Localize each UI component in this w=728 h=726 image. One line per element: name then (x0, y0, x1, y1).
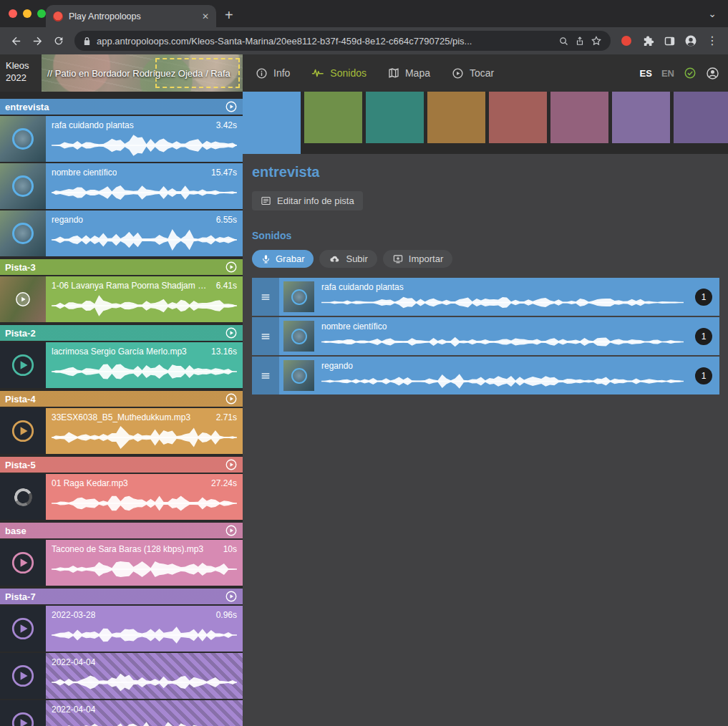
upload-button[interactable]: Subir (319, 250, 377, 268)
sound-row[interactable]: rafa cuidando plantas 1 (252, 278, 719, 316)
record-button[interactable]: Grabar (252, 250, 314, 268)
zoom-window-icon[interactable] (37, 9, 46, 18)
clip-play-button[interactable] (0, 700, 46, 726)
clip-play-button[interactable] (0, 606, 46, 652)
address-bar[interactable]: app.antropoloops.com/Kleos-Santa-Marina/… (74, 31, 611, 51)
track-play-icon[interactable] (225, 590, 238, 603)
track-header[interactable]: base (0, 523, 243, 538)
project-header[interactable]: Kleos 2022 // Patio en Bordador Rodrígue… (0, 54, 243, 92)
nav-info[interactable]: Info (256, 67, 290, 79)
clip-waveform[interactable] (52, 227, 237, 253)
strip-track-5[interactable] (489, 92, 547, 143)
track-play-icon[interactable] (225, 458, 238, 471)
import-button[interactable]: Importar (383, 250, 452, 268)
clip-waveform[interactable] (52, 425, 237, 450)
close-window-icon[interactable] (9, 9, 17, 18)
nav-mapa[interactable]: Mapa (388, 67, 430, 79)
tab-close-icon[interactable]: ✕ (202, 12, 209, 21)
sound-waveform[interactable] (321, 373, 684, 389)
strip-track-3[interactable] (366, 92, 424, 143)
clip-play-button[interactable] (0, 408, 46, 454)
bookmark-star-icon[interactable] (591, 35, 602, 47)
clip[interactable]: 2022-04-04 (0, 653, 243, 699)
track-play-icon[interactable] (225, 326, 238, 339)
clip[interactable]: 01 Raga Kedar.mp327.24s (0, 474, 243, 520)
sound-thumbnail[interactable] (283, 281, 314, 312)
clip[interactable]: lacrimosa Sergio García Merlo.mp313.16s (0, 342, 243, 388)
drag-handle[interactable] (252, 357, 279, 395)
logo-ring-icon (12, 128, 34, 150)
clip-waveform[interactable] (52, 622, 237, 648)
minimize-window-icon[interactable] (23, 9, 31, 18)
zoom-icon[interactable] (558, 36, 569, 47)
clip[interactable]: regando6.55s (0, 210, 243, 256)
puzzle-extensions-icon[interactable] (638, 31, 658, 51)
share-icon[interactable] (575, 36, 585, 46)
clip-play-button[interactable] (0, 653, 46, 699)
clip-loading-button[interactable] (0, 474, 46, 520)
track-header[interactable]: Pista-2 (0, 325, 243, 341)
clip[interactable]: Taconeo de Sara Baras (128 kbps).mp310s (0, 540, 243, 586)
track-play-icon[interactable] (225, 524, 238, 537)
clip-waveform[interactable] (52, 180, 237, 205)
clip[interactable]: 2022-03-280.96s (0, 606, 243, 652)
strip-track-6[interactable] (550, 92, 608, 143)
clip-play-button[interactable] (0, 540, 46, 586)
browser-tab[interactable]: Play Antropoloops ✕ (46, 5, 216, 27)
forward-icon[interactable] (27, 31, 47, 51)
drag-handle[interactable] (252, 278, 279, 316)
clip-thumbnail[interactable] (0, 210, 46, 256)
track-play-icon[interactable] (225, 100, 238, 113)
tab-list-chevron-icon[interactable]: ⌄ (708, 8, 717, 19)
sound-waveform[interactable] (321, 334, 684, 350)
account-icon[interactable] (706, 67, 719, 80)
clip-play-button[interactable] (0, 342, 46, 388)
track-header[interactable]: Pista-5 (0, 457, 243, 473)
lang-en-button[interactable]: EN (661, 68, 674, 79)
drag-handle[interactable] (252, 317, 279, 355)
back-icon[interactable] (6, 31, 26, 51)
clip-waveform[interactable] (52, 132, 237, 158)
extension-red-icon[interactable] (616, 31, 636, 51)
track-play-icon[interactable] (225, 261, 238, 274)
clip[interactable]: nombre científico15.47s (0, 163, 243, 209)
new-tab-button[interactable]: + (225, 8, 233, 22)
clip-thumbnail[interactable] (0, 163, 46, 209)
strip-track-1[interactable] (243, 92, 301, 154)
track-play-icon[interactable] (225, 392, 238, 405)
clip[interactable]: 1-06 Lavanya Rama Poorna Shadjam Rupak..… (0, 276, 243, 322)
track-header[interactable]: Pista-4 (0, 391, 243, 407)
clip[interactable]: rafa cuidando plantas3.42s (0, 116, 243, 162)
strip-track-4[interactable] (427, 92, 485, 143)
nav-sonidos[interactable]: Sonidos (311, 67, 367, 79)
edit-track-info-button[interactable]: Editar info de pista (252, 191, 363, 210)
menu-icon[interactable]: ⋮ (702, 31, 722, 51)
profile-icon[interactable] (681, 31, 701, 51)
clip[interactable]: 33ESX6038_B5_Muthedukkum.mp32.71s (0, 408, 243, 454)
clip-waveform[interactable] (52, 669, 237, 695)
clip-waveform[interactable] (52, 717, 237, 726)
clip-thumbnail[interactable] (0, 116, 46, 162)
sound-row[interactable]: regando 1 (252, 357, 719, 395)
clip-waveform[interactable] (52, 359, 237, 384)
clip-waveform[interactable] (52, 490, 237, 516)
strip-track-7[interactable] (612, 92, 670, 143)
clip-waveform[interactable] (52, 293, 237, 319)
clip-thumbnail[interactable] (0, 276, 46, 322)
strip-track-8[interactable] (674, 92, 728, 143)
strip-track-2[interactable] (304, 92, 362, 143)
nav-tocar[interactable]: Tocar (452, 67, 494, 79)
sound-thumbnail[interactable] (283, 321, 314, 352)
track-header[interactable]: Pista-3 (0, 259, 243, 275)
track-header[interactable]: Pista-7 (0, 589, 243, 604)
clip[interactable]: 2022-04-04 (0, 700, 243, 726)
side-panel-icon[interactable] (659, 31, 679, 51)
check-circle-icon[interactable] (684, 67, 697, 79)
clip-waveform[interactable] (52, 556, 237, 582)
reload-icon[interactable] (49, 31, 69, 51)
sound-row[interactable]: nombre científico 1 (252, 317, 719, 355)
lang-es-button[interactable]: ES (640, 68, 652, 79)
track-header[interactable]: entrevista (0, 99, 243, 115)
sound-thumbnail[interactable] (283, 360, 314, 391)
sound-waveform[interactable] (321, 294, 684, 311)
